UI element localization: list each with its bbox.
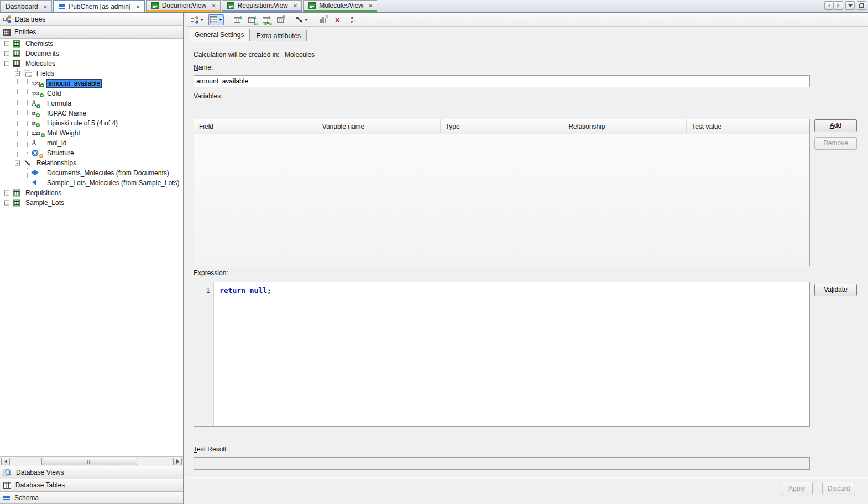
dropdown-arrow-icon xyxy=(305,19,308,21)
tab-label: PubChem [as admin] xyxy=(69,3,130,11)
tab-moleculesview[interactable]: MoleculesView × xyxy=(303,0,377,12)
validate-button[interactable]: Validate xyxy=(814,284,857,296)
close-icon[interactable]: × xyxy=(369,3,372,8)
scroll-tabs-right-button[interactable] xyxy=(834,1,843,10)
created-in-text: Calculation will be created in: Molecule… xyxy=(194,51,315,59)
variables-table[interactable]: Field Variable name Type Relationship Te… xyxy=(194,119,810,266)
category-database-tables[interactable]: Database Tables xyxy=(0,479,183,491)
scroll-tabs-left-button[interactable] xyxy=(824,1,834,10)
column-header-test-value[interactable]: Test value xyxy=(687,119,809,134)
tab-label: RequisitionsView xyxy=(238,2,288,9)
category-database-views[interactable]: Database Views xyxy=(0,466,183,479)
tree-item-mol-weight[interactable]: 1,23 Mol Weight xyxy=(0,128,183,138)
tab-label: MoleculesView xyxy=(319,2,363,9)
remove-button[interactable]: Remove xyxy=(814,137,857,150)
selected-tree-label: amount_available xyxy=(47,80,101,87)
entity-table-icon xyxy=(13,200,20,207)
tree-item-molecules[interactable]: - Molecules xyxy=(0,59,183,69)
add-button[interactable]: Add xyxy=(814,119,857,132)
expand-icon[interactable]: + xyxy=(4,51,9,56)
main-toolbar: + +ct +a+b × xyxy=(186,13,868,27)
status-badge xyxy=(41,133,45,137)
collapse-icon[interactable]: - xyxy=(15,71,20,76)
grid-view-icon xyxy=(308,2,316,9)
close-icon[interactable]: × xyxy=(212,3,215,8)
tab-label: DocumentView xyxy=(162,2,206,9)
entity-tree[interactable]: + Chemists + Documents - Molecules - F F… xyxy=(0,39,183,456)
many-to-many-relationship-icon xyxy=(31,169,39,177)
tab-pubchem[interactable]: PubChem [as admin] × xyxy=(53,0,145,12)
collapse-icon[interactable]: - xyxy=(15,161,20,166)
column-header-type[interactable]: Type xyxy=(441,119,564,134)
entities-category-header[interactable]: Entities xyxy=(0,26,183,39)
tree-item-structure[interactable]: Structure xyxy=(0,148,183,158)
tab-requisitionsview[interactable]: RequisitionsView × xyxy=(222,0,302,12)
new-standard-field-button[interactable]: + xyxy=(232,14,243,25)
tab-list-dropdown-button[interactable] xyxy=(845,1,855,10)
name-input[interactable] xyxy=(194,75,810,87)
scroll-left-arrow[interactable] xyxy=(1,458,10,465)
tree-item-fields[interactable]: - F Fields xyxy=(0,69,183,78)
tree-item-requisitions[interactable]: + Requisitions xyxy=(0,188,183,198)
expression-editor[interactable]: 1 return null; xyxy=(194,282,810,427)
calculated-field-editor: + +ct +a+b × xyxy=(186,13,868,504)
tree-item-formula[interactable]: A Formula xyxy=(0,98,183,108)
tab-general-settings[interactable]: General Settings xyxy=(189,29,250,41)
data-trees-header[interactable]: Data trees xyxy=(0,13,183,26)
horizontal-scrollbar[interactable] xyxy=(0,456,183,466)
general-settings-panel: Calculation will be created in: Molecule… xyxy=(186,41,868,504)
tree-item-sample-lots[interactable]: + Sample_Lots xyxy=(0,198,183,208)
column-header-relationship[interactable]: Relationship xyxy=(563,119,687,134)
apply-button[interactable]: Apply xyxy=(781,482,813,495)
new-chemical-terms-field-button[interactable]: +ct xyxy=(246,14,257,25)
tree-item-chemists[interactable]: + Chemists xyxy=(0,39,183,49)
entity-table-icon xyxy=(13,40,20,48)
tree-item-sample-lots-molecules[interactable]: Sample_Lots_Molecules (from Sample_Lots) xyxy=(0,178,183,188)
expression-code[interactable]: return null; xyxy=(219,286,271,295)
decimal-field-icon: 1,23 xyxy=(32,81,40,86)
new-relationship-button[interactable] xyxy=(294,14,310,25)
column-header-variable-name[interactable]: Variable name xyxy=(317,119,441,134)
tree-item-cdid[interactable]: 123 CdId xyxy=(0,88,183,98)
tab-dashboard[interactable]: Dashboard × xyxy=(0,0,52,12)
close-icon[interactable]: × xyxy=(294,3,297,8)
column-header-field[interactable]: Field xyxy=(194,119,317,134)
panel-separator xyxy=(186,477,868,478)
status-badge xyxy=(36,113,40,117)
scroll-right-arrow[interactable] xyxy=(173,458,182,465)
category-schema[interactable]: Schema xyxy=(0,491,183,504)
plus-icon: + xyxy=(239,14,243,21)
analyse-field-button[interactable] xyxy=(317,14,328,25)
tree-item-lipinski[interactable]: ct Lipinski rule of 5 (4 of 4) xyxy=(0,118,183,128)
panel-title: Data trees xyxy=(15,15,45,23)
tree-item-relationships[interactable]: - Relationships xyxy=(0,158,183,168)
tab-extra-attributes[interactable]: Extra attributes xyxy=(250,30,307,41)
tab-documentview[interactable]: DocumentView × xyxy=(146,0,221,12)
scrollbar-thumb[interactable] xyxy=(41,458,137,465)
delete-button[interactable]: × xyxy=(332,14,343,25)
close-icon[interactable]: × xyxy=(44,4,47,9)
tab-label: Dashboard xyxy=(6,3,38,11)
select-data-tree-button[interactable] xyxy=(189,14,205,25)
tree-item-amount-available[interactable]: 1,23 amount_available xyxy=(0,78,183,88)
tree-item-documents-molecules[interactable]: Documents_Molecules (from Documents) xyxy=(0,168,183,178)
application-window: Dashboard × PubChem [as admin] × Documen… xyxy=(0,0,868,504)
decimal-field-icon: 1,23 xyxy=(32,130,40,136)
sort-button[interactable]: az ↓ xyxy=(348,14,359,25)
tree-item-documents[interactable]: + Documents xyxy=(0,49,183,59)
close-icon[interactable]: × xyxy=(136,4,139,9)
promote-field-button[interactable] xyxy=(275,14,286,25)
variables-table-header: Field Variable name Type Relationship Te… xyxy=(194,119,809,134)
tree-item-mol-id[interactable]: A mol_id xyxy=(0,138,183,148)
expand-icon[interactable]: + xyxy=(4,201,9,206)
tree-item-iupac-name[interactable]: ct IUPAC Name xyxy=(0,108,183,118)
expand-icon[interactable]: + xyxy=(4,191,9,196)
grid-view-settings-button[interactable] xyxy=(208,14,224,25)
collapse-icon[interactable]: - xyxy=(4,61,9,66)
restore-window-button[interactable] xyxy=(857,1,866,10)
entity-table-icon xyxy=(13,190,20,197)
discard-button[interactable]: Discard xyxy=(822,482,855,495)
expand-icon[interactable]: + xyxy=(4,41,9,46)
new-calculated-field-button[interactable]: +a+b xyxy=(260,14,271,25)
fields-icon: F xyxy=(24,71,32,77)
